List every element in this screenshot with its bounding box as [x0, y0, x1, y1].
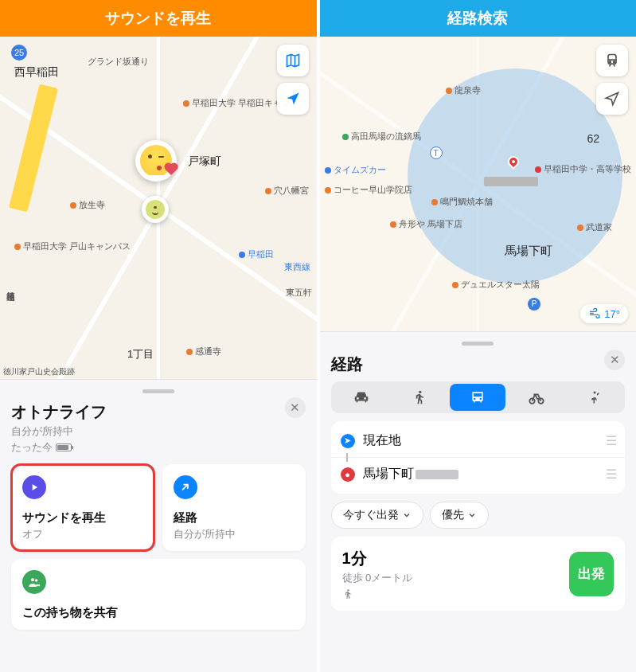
transport-mode-segment — [331, 381, 626, 413]
route-to-row[interactable]: ● 馬場下町 ☰ — [331, 457, 626, 490]
route-number-badge: 25 — [11, 45, 27, 61]
emoji-kiss-icon — [140, 145, 172, 177]
redacted-text — [416, 470, 458, 479]
route-result-card[interactable]: 1分 徒歩 0メートル 出発 — [331, 537, 626, 611]
share-item-card[interactable]: この持ち物を共有 — [11, 559, 306, 630]
street-label: グランド坂通り — [88, 56, 149, 68]
svg-point-5 — [419, 391, 421, 393]
location-arrow-icon — [285, 91, 301, 107]
play-icon — [22, 475, 46, 499]
left-header: サウンドを再生 — [0, 0, 317, 37]
sheet-grabber[interactable] — [462, 342, 494, 346]
reorder-handle-icon[interactable]: ☰ — [606, 467, 615, 482]
redacted-label — [484, 177, 538, 186]
reorder-handle-icon[interactable]: ☰ — [606, 433, 615, 448]
area-label: 1丁目 — [127, 347, 154, 361]
locate-me-button[interactable] — [277, 83, 309, 115]
directions-icon — [174, 475, 197, 499]
people-icon — [22, 570, 46, 594]
item-title: オトナライフ — [11, 401, 306, 423]
chevron-down-icon — [402, 510, 412, 520]
bike-icon — [528, 389, 545, 406]
walk-icon — [412, 389, 427, 405]
hail-icon — [587, 390, 602, 404]
mode-rideshare[interactable] — [567, 384, 622, 411]
walk-icon — [342, 588, 353, 600]
battery-icon — [56, 443, 72, 451]
sheet-title: 経路 — [331, 354, 626, 375]
sheet-grabber[interactable] — [142, 389, 174, 393]
go-button[interactable]: 出発 — [569, 552, 614, 596]
close-button[interactable]: ✕ — [285, 397, 306, 418]
mode-drive[interactable] — [334, 384, 389, 411]
svg-point-0 — [31, 579, 34, 582]
chevron-down-icon — [467, 510, 477, 520]
map-icon — [285, 53, 301, 68]
car-icon — [353, 389, 370, 406]
svg-point-4 — [614, 61, 615, 63]
mode-cycle[interactable] — [508, 384, 564, 411]
poi-label: 舟形や 馬場下店 — [390, 218, 462, 230]
area-label: 東五軒 — [286, 287, 312, 299]
poi-label: 武道家 — [577, 221, 612, 233]
destination-dot-icon: ● — [341, 467, 355, 482]
origin-dot-icon: ➤ — [341, 434, 355, 448]
area-label: 馬場下町 — [505, 244, 552, 259]
transit-layer-button[interactable] — [596, 45, 628, 76]
route-to-label: 馬場下町 — [363, 466, 458, 483]
item-last-seen: たった今 — [11, 440, 306, 455]
emoji-face-icon — [146, 200, 165, 219]
left-sheet[interactable]: ✕ オトナライフ 自分が所持中 たった今 サウンドを再生 オフ — [0, 379, 317, 672]
right-map[interactable]: 龍泉寺 高田馬場の流鏑馬 タイムズカー コーヒー早山学院店 鳴門鯛焼本舗 舟形や… — [320, 37, 637, 331]
location-arrow-icon — [604, 91, 620, 107]
map-style-button[interactable] — [277, 45, 309, 76]
train-icon — [604, 53, 620, 68]
poi-label: 穴八幡宮 — [265, 185, 309, 197]
self-location-dot[interactable] — [142, 196, 169, 223]
poi-label: 感通寺 — [186, 346, 221, 357]
item-pin[interactable] — [135, 140, 177, 182]
mode-transit[interactable] — [450, 384, 505, 411]
left-pane: サウンドを再生 25 西早稲田 グランド坂通り 戸塚町 早稲田大学 早稲田キャン… — [0, 0, 320, 672]
mode-walk[interactable] — [392, 384, 447, 411]
svg-point-1 — [35, 580, 37, 582]
locate-me-button[interactable] — [596, 83, 628, 115]
route-distance: 徒歩 0メートル — [342, 571, 413, 585]
area-label: 戸塚町 — [188, 154, 221, 169]
priority-chip[interactable]: 優先 — [430, 502, 489, 529]
poi-label: 高田馬場の流鏑馬 — [342, 131, 421, 143]
route-from-label: 現在地 — [363, 432, 401, 449]
weather-chip[interactable]: 17° — [580, 304, 628, 323]
poi-label: 放生寺 — [70, 199, 105, 211]
line-label: 東西線 — [284, 261, 310, 273]
poi-label: 早稲田中学・高等学校 — [535, 164, 631, 174]
poi-label: デュエルスター太陽 — [452, 279, 540, 291]
route-duration: 1分 — [342, 548, 413, 569]
directions-card[interactable]: 経路 自分が所持中 — [162, 464, 306, 551]
wind-icon — [588, 307, 601, 320]
card-title: この持ち物を共有 — [22, 605, 295, 620]
parking-icon: P — [528, 298, 540, 311]
close-button[interactable]: ✕ — [604, 350, 625, 370]
building-number: 62 — [587, 132, 599, 145]
play-sound-card[interactable]: サウンドを再生 オフ — [11, 464, 154, 551]
poi-label: 徳川家戸山史会殿跡 — [3, 367, 75, 376]
area-label: 西早稲田 — [14, 65, 59, 80]
bus-icon — [470, 389, 486, 405]
right-header: 経路検索 — [320, 0, 637, 37]
street-label: 箱根山通り — [5, 285, 17, 295]
route-endpoints: ➤ 現在地 ☰ ● 馬場下町 ☰ — [331, 421, 626, 494]
svg-point-9 — [347, 589, 349, 591]
poi-label: タイムズカー — [325, 164, 386, 176]
card-title: サウンドを再生 — [22, 510, 143, 525]
right-sheet[interactable]: ✕ 経路 ➤ 現在地 ☰ ● 馬場下町 ☰ — [320, 331, 637, 672]
station-label: 早稲田 — [239, 248, 274, 260]
route-from-row[interactable]: ➤ 現在地 ☰ — [331, 424, 626, 457]
svg-point-8 — [593, 392, 595, 394]
item-owner: 自分が所持中 — [11, 424, 306, 439]
depart-time-chip[interactable]: 今すぐ出発 — [331, 502, 423, 529]
svg-point-3 — [610, 61, 611, 63]
card-subtitle: 自分が所持中 — [174, 527, 295, 541]
right-pane: 経路検索 龍泉寺 高田馬場の流鏑馬 タイムズカー コーヒー早山学院店 鳴門鯛焼本… — [320, 0, 637, 672]
left-map[interactable]: 25 西早稲田 グランド坂通り 戸塚町 早稲田大学 早稲田キャンパス 放生寺 早… — [0, 37, 317, 379]
